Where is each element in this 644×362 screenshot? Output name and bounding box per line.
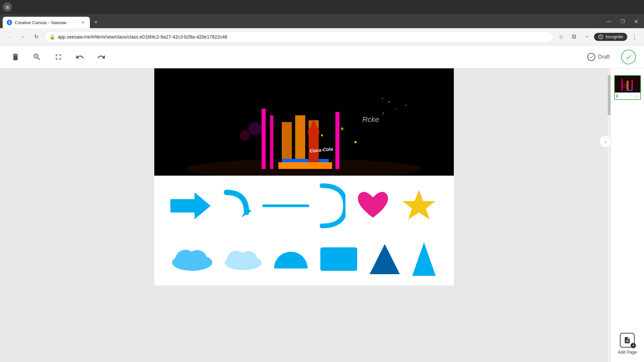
- thumbnail-footer: 1 ···: [615, 93, 640, 99]
- shape-curved-arrow[interactable]: [220, 189, 253, 224]
- svg-rect-7: [270, 115, 273, 169]
- sidebar-panel: 1 ··· + Add Page: [610, 68, 644, 362]
- shape-triangle-dark[interactable]: [368, 242, 401, 277]
- window-controls: ⊞: [3, 2, 12, 12]
- page-number: 1: [616, 94, 618, 98]
- draft-button[interactable]: Draft: [581, 50, 616, 64]
- svg-point-28: [188, 250, 207, 267]
- canvas-main[interactable]: Coca-Cola Rcke r: [0, 68, 608, 362]
- svg-marker-22: [170, 192, 211, 219]
- split-screen-button[interactable]: ▫: [581, 32, 592, 42]
- svg-point-20: [248, 122, 262, 135]
- svg-rect-40: [627, 90, 632, 91]
- tab-close-button[interactable]: ✕: [80, 19, 86, 25]
- svg-marker-23: [241, 208, 252, 218]
- svg-rect-9: [282, 159, 329, 162]
- svg-marker-25: [402, 190, 435, 220]
- svg-point-31: [239, 251, 257, 266]
- profile-icon[interactable]: ⊞: [3, 2, 12, 12]
- undo-button[interactable]: [72, 50, 87, 64]
- toolbar-right: Draft: [581, 50, 636, 64]
- draft-check-icon: [587, 53, 595, 61]
- svg-point-18: [382, 98, 383, 99]
- browser-frame: ⊞ S Creative Canvas - Seesaw ✕ + ─ ❐ ✕ ←…: [0, 0, 644, 362]
- close-button[interactable]: ✕: [631, 16, 641, 27]
- active-tab[interactable]: S Creative Canvas - Seesaw ✕: [3, 17, 90, 28]
- svg-rect-39: [632, 80, 633, 90]
- shapes-row-2: [154, 237, 454, 286]
- seesaw-toolbar: Draft: [0, 46, 644, 68]
- svg-point-16: [388, 101, 390, 103]
- tab-bar: S Creative Canvas - Seesaw ✕ + ─ ❐ ✕: [0, 14, 644, 28]
- add-page-button[interactable]: + Add Page: [614, 329, 641, 359]
- shape-arc[interactable]: [319, 182, 345, 231]
- canvas-area: Coca-Cola Rcke r: [0, 68, 644, 362]
- delete-button[interactable]: [8, 50, 23, 64]
- forward-button[interactable]: →: [17, 32, 28, 42]
- toolbar-left: [8, 50, 109, 64]
- svg-rect-5: [278, 162, 332, 169]
- title-bar: ⊞: [0, 0, 644, 14]
- svg-point-10: [321, 134, 323, 136]
- reload-button[interactable]: ↻: [31, 32, 42, 42]
- zoom-in-button[interactable]: [30, 50, 44, 64]
- draft-label: Draft: [598, 54, 610, 60]
- incognito-label: Incognito: [605, 34, 623, 39]
- collapse-sidebar-button[interactable]: ›: [599, 135, 611, 147]
- svg-rect-24: [262, 204, 309, 207]
- thumbnail-preview: [615, 76, 640, 93]
- svg-text:Rcke: Rcke: [362, 115, 379, 124]
- scrollbar-track[interactable]: [608, 68, 610, 362]
- shape-rectangle[interactable]: [319, 246, 359, 274]
- canvas-image: Coca-Cola Rcke r: [154, 68, 454, 176]
- thumbnail-more-button[interactable]: ···: [635, 93, 639, 99]
- incognito-badge: Incognito: [594, 33, 627, 41]
- svg-rect-6: [262, 109, 266, 169]
- bookmark-button[interactable]: ☆: [556, 32, 567, 42]
- svg-point-21: [240, 130, 250, 140]
- extensions-button[interactable]: ⧉: [569, 32, 579, 42]
- svg-point-11: [341, 127, 343, 130]
- address-bar[interactable]: 🔒 app.seesaw.me/#/item/new/class/class.e…: [44, 31, 553, 43]
- svg-rect-37: [627, 81, 629, 91]
- svg-rect-32: [320, 247, 357, 271]
- svg-point-17: [395, 108, 396, 109]
- shape-arrow-right[interactable]: [170, 192, 211, 221]
- shapes-row-1: [154, 176, 454, 237]
- add-page-icon: +: [620, 333, 635, 348]
- svg-marker-34: [412, 242, 436, 276]
- page-canvas: Coca-Cola Rcke r: [154, 68, 454, 286]
- lock-icon: 🔒: [49, 34, 55, 40]
- shape-star[interactable]: [400, 188, 437, 225]
- add-page-plus-icon: +: [631, 343, 636, 348]
- redo-button[interactable]: [94, 50, 109, 64]
- url-text: app.seesaw.me/#/item/new/class/class.e01…: [58, 34, 548, 40]
- tab-favicon: S: [7, 20, 12, 25]
- add-page-label: Add Page: [618, 350, 637, 355]
- scrollbar-thumb[interactable]: [608, 75, 610, 115]
- maximize-button[interactable]: ❐: [617, 16, 628, 27]
- submit-button[interactable]: [621, 50, 636, 64]
- fullscreen-button[interactable]: [51, 50, 66, 64]
- shape-triangle-light[interactable]: [411, 241, 437, 279]
- svg-text:r: r: [382, 111, 384, 116]
- shape-cloud-dark[interactable]: [170, 246, 214, 274]
- page-thumbnail-1[interactable]: 1 ···: [614, 75, 641, 100]
- nav-bar: ← → ↻ 🔒 app.seesaw.me/#/item/new/class/c…: [0, 28, 644, 46]
- svg-point-12: [355, 141, 357, 143]
- svg-marker-33: [370, 244, 400, 274]
- nav-actions: ☆ ⧉ ▫ Incognito ⋮: [556, 32, 640, 42]
- menu-button[interactable]: ⋮: [629, 32, 640, 42]
- back-button[interactable]: ←: [4, 32, 15, 42]
- new-tab-button[interactable]: +: [91, 17, 101, 27]
- svg-rect-8: [335, 112, 339, 169]
- shape-semicircle[interactable]: [272, 248, 309, 272]
- shape-line[interactable]: [262, 202, 309, 210]
- tab-label: Creative Canvas - Seesaw: [15, 20, 77, 25]
- shape-cloud-light[interactable]: [223, 247, 263, 273]
- app-content: Draft: [0, 46, 644, 362]
- svg-point-19: [405, 105, 406, 106]
- svg-rect-38: [622, 79, 623, 91]
- shape-heart[interactable]: [355, 189, 391, 224]
- minimize-button[interactable]: ─: [604, 16, 614, 27]
